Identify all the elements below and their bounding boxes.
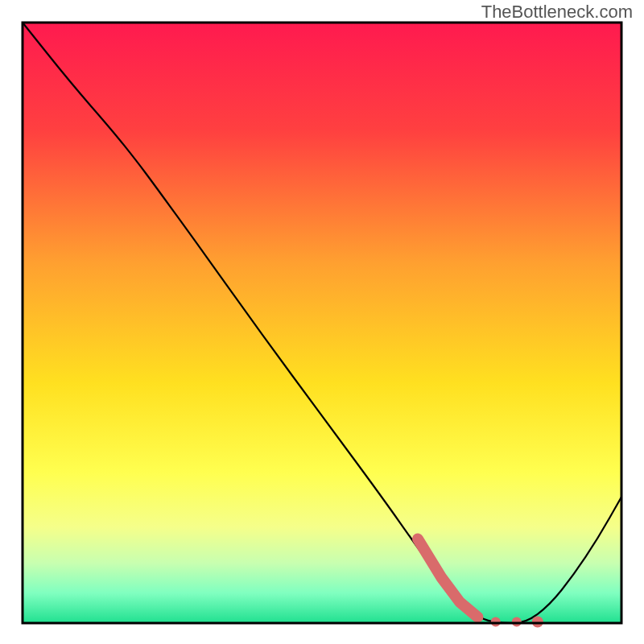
chart-container: TheBottleneck.com (0, 0, 644, 644)
watermark-label: TheBottleneck.com (481, 2, 633, 23)
chart-plot (0, 0, 644, 644)
gradient-background (23, 23, 621, 623)
